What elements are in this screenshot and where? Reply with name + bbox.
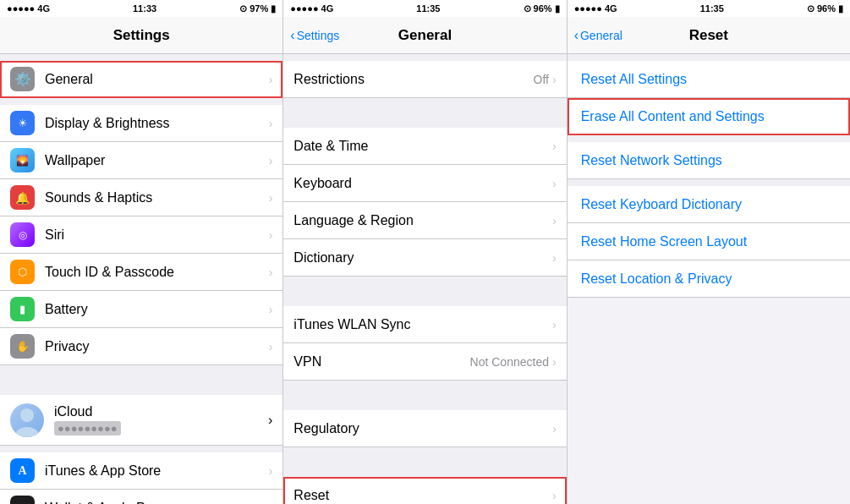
reset-item-erase-all[interactable]: Erase All Content and Settings [568,98,850,135]
svg-point-1 [15,427,39,437]
general-item-language[interactable]: Language & Region › [283,202,566,239]
signal-2: ●●●●● 4G [290,3,333,14]
regulatory-label: Regulatory [293,421,552,436]
nav-bar-1: Settings [0,17,282,54]
status-bar-1: ●●●●● 4G 11:33 ⊙ 97% ▮ [0,0,282,17]
display-icon: ☀ [10,111,35,135]
reset-list: Reset All Settings Erase All Content and… [568,54,850,504]
signal-1: ●●●●● 4G [7,3,50,14]
settings-item-siri[interactable]: ◎ Siri › [0,216,282,254]
datetime-label: Date & Time [293,139,552,154]
general-item-dictionary[interactable]: Dictionary › [283,239,566,277]
section-gap-g5 [283,447,566,477]
chevron-vpn: › [552,355,557,369]
touchid-label: Touch ID & Passcode [45,265,269,280]
wallpaper-icon: 🌄 [10,148,35,173]
back-chevron-2: ‹ [290,28,294,43]
wallet-icon: ◼ [10,496,35,504]
general-item-regulatory[interactable]: Regulatory › [283,410,566,447]
general-item-reset[interactable]: Reset › [283,477,566,504]
sounds-icon: 🔔 [10,185,35,210]
section-gap-g3 [283,277,566,306]
section-gap-r1 [568,54,850,61]
general-item-vpn[interactable]: VPN Not Connected › [283,343,566,381]
dictionary-label: Dictionary [293,250,552,266]
itunes-icon: A [10,458,35,483]
battery-2: ⊙ 96% ▮ [524,3,560,14]
battery-icon: ▮ [10,297,35,321]
wallet-label: Wallet & Apple Pay [45,501,269,505]
siri-icon: ◎ [10,222,35,247]
touchid-icon: ⬡ [10,260,35,284]
display-label: Display & Brightness [45,116,269,131]
section-gap-g4 [283,381,566,410]
back-chevron-3: ‹ [574,28,579,43]
settings-item-privacy[interactable]: ✋ Privacy › [0,328,282,365]
general-item-keyboard[interactable]: Keyboard › [283,165,566,202]
restrictions-label: Restrictions [293,72,533,87]
privacy-icon: ✋ [10,334,35,359]
back-to-settings[interactable]: ‹ Settings [290,28,339,43]
chevron-keyboard: › [552,177,557,190]
reset-item-home-screen[interactable]: Reset Home Screen Layout [568,223,850,260]
svg-point-0 [20,408,34,422]
chevron-icloud: › [268,413,272,428]
reset-item-all-settings[interactable]: Reset All Settings [568,61,850,98]
settings-item-display[interactable]: ☀ Display & Brightness › [0,105,282,142]
keyboard-label: Keyboard [293,176,552,191]
chevron-reset: › [552,489,557,502]
general-item-restrictions[interactable]: Restrictions Off › [283,61,566,98]
reset-item-location-privacy[interactable]: Reset Location & Privacy [568,260,850,298]
section-gap-3 [0,365,282,395]
reset-all-settings-label: Reset All Settings [581,72,836,87]
back-label-3: General [580,29,622,42]
settings-item-itunes[interactable]: A iTunes & App Store › [0,452,282,490]
status-bar-3: ●●●●● 4G 11:35 ⊙ 96% ▮ [568,0,850,17]
settings-item-wallet[interactable]: ◼ Wallet & Apple Pay › [0,490,282,504]
reset-item-keyboard-dict[interactable]: Reset Keyboard Dictionary [568,186,850,223]
section-gap-r2 [568,135,850,142]
itunes-label: iTunes & App Store [45,463,269,479]
back-to-general[interactable]: ‹ General [574,28,622,43]
icloud-email: ●●●●●●●●● [54,421,121,436]
general-panel: ●●●●● 4G 11:35 ⊙ 96% ▮ ‹ Settings Genera… [283,0,567,504]
settings-item-touchid[interactable]: ⬡ Touch ID & Passcode › [0,254,282,291]
settings-item-general[interactable]: ⚙️ General › [0,61,282,98]
reset-home-screen-label: Reset Home Screen Layout [581,234,836,249]
section-gap [0,54,282,61]
chevron-battery: › [269,303,273,316]
section-gap-r3 [568,179,850,186]
icloud-avatar [10,403,44,437]
settings-item-battery[interactable]: ▮ Battery › [0,291,282,328]
chevron-language: › [552,214,557,227]
section-gap-g2 [283,98,566,128]
general-item-datetime[interactable]: Date & Time › [283,128,566,165]
settings-item-sounds[interactable]: 🔔 Sounds & Haptics › [0,179,282,216]
reset-item-network[interactable]: Reset Network Settings [568,142,850,179]
reset-location-privacy-label: Reset Location & Privacy [581,271,836,287]
section-gap-4 [0,446,282,452]
chevron-wallpaper: › [269,154,273,167]
nav-title-3: Reset [689,27,728,44]
settings-item-wallpaper[interactable]: 🌄 Wallpaper › [0,142,282,179]
icloud-text: iCloud ●●●●●●●●● [54,404,268,436]
chevron-restrictions: › [552,73,557,86]
time-1: 11:33 [133,3,156,14]
back-label-2: Settings [297,29,340,42]
settings-item-icloud[interactable]: iCloud ●●●●●●●●● › [0,395,282,446]
erase-all-content-label: Erase All Content and Settings [581,109,836,124]
chevron-datetime: › [552,140,557,153]
chevron-itunes: › [269,464,273,478]
general-item-wlan[interactable]: iTunes WLAN Sync › [283,306,566,343]
privacy-label: Privacy [45,339,269,354]
chevron-general: › [269,73,273,86]
icloud-name: iCloud [54,404,268,419]
general-list: Restrictions Off › Date & Time › Keyboar… [283,54,566,504]
time-3: 11:35 [700,3,724,14]
general-label: General [45,72,269,87]
restrictions-value: Off [534,73,549,86]
reset-network-label: Reset Network Settings [581,153,836,168]
sounds-label: Sounds & Haptics [45,190,269,205]
nav-bar-2: ‹ Settings General [283,17,566,54]
chevron-wlan: › [552,318,557,331]
